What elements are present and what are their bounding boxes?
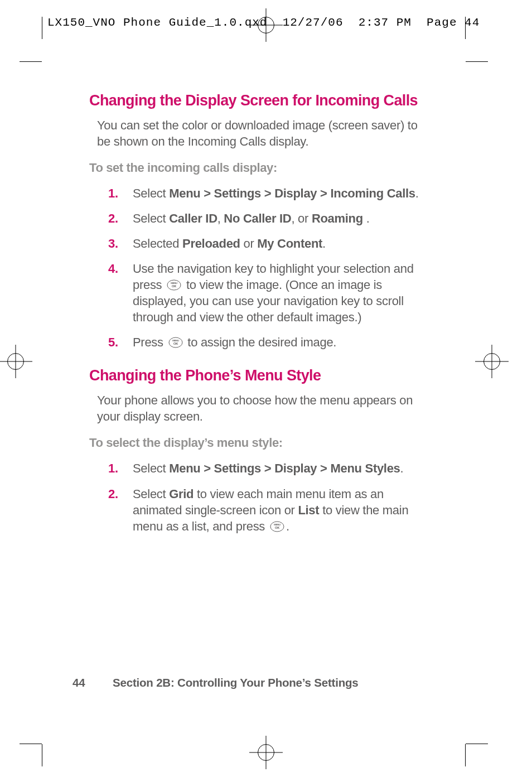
page-number: 44 [72, 676, 113, 689]
step-text: Press [133, 335, 167, 349]
svg-text:OK: OK [275, 526, 279, 529]
option-label: My Content [257, 237, 322, 250]
step-text: Select [133, 211, 169, 225]
step-item: 1. Select Menu > Settings > Display > In… [108, 185, 432, 201]
menu-path: Menu > Settings > Display > Menu Styles [169, 461, 400, 475]
crop-mark [20, 61, 42, 62]
footer-title: Section 2B: Controlling Your Phone’s Set… [113, 676, 359, 689]
section-intro: You can set the color or downloaded imag… [97, 117, 432, 149]
menu-path: Menu > Settings > Display > Incoming Cal… [169, 186, 415, 200]
steps-list: 1. Select Menu > Settings > Display > Me… [89, 460, 432, 534]
section-subhead: To set the incoming calls display: [89, 161, 432, 175]
svg-text:OK: OK [172, 285, 176, 288]
option-label: Preloaded [182, 237, 240, 250]
step-text: Selected [133, 237, 182, 250]
step-number: 1. [108, 460, 118, 476]
step-number: 5. [108, 334, 118, 350]
step-number: 2. [108, 486, 118, 502]
menu-ok-button-icon: MENUOK [168, 336, 183, 347]
page-footer: 44Section 2B: Controlling Your Phone’s S… [72, 676, 359, 689]
section-intro: Your phone allows you to choose how the … [97, 392, 432, 424]
print-slug: LX150_VNO Phone Guide_1.0.qxd 12/27/06 2… [47, 16, 480, 29]
step-item: 2. Select Caller ID, No Caller ID, or Ro… [108, 210, 432, 226]
registration-mark-icon [475, 345, 509, 378]
page-content: Changing the Display Screen for Incoming… [89, 92, 432, 551]
option-label: Roaming [312, 211, 366, 225]
step-item: 1. Select Menu > Settings > Display > Me… [108, 460, 432, 476]
crop-mark [20, 744, 42, 744]
step-text: Select [133, 487, 169, 501]
section-heading: Changing the Display Screen for Incoming… [89, 92, 432, 109]
crop-mark [466, 61, 488, 62]
step-item: 3. Selected Preloaded or My Content. [108, 235, 432, 252]
step-text: . [415, 186, 419, 200]
option-label: List [298, 503, 319, 517]
step-item: 2. Select Grid to view each main menu it… [108, 486, 432, 534]
step-number: 3. [108, 235, 118, 252]
steps-list: 1. Select Menu > Settings > Display > In… [89, 185, 432, 350]
section-subhead: To select the display’s menu style: [89, 436, 432, 450]
menu-ok-button-icon: MENUOK [270, 520, 284, 531]
step-item: 5. Press MENUOK to assign the desired im… [108, 334, 432, 350]
step-text: Select [133, 186, 169, 200]
menu-ok-button-icon: MENUOK [167, 278, 181, 290]
crop-mark [466, 744, 488, 744]
step-number: 4. [108, 260, 118, 277]
step-text: Select [133, 461, 169, 475]
option-label: Grid [169, 487, 194, 501]
step-text: to assign the desired image. [185, 335, 337, 349]
registration-mark-icon [249, 736, 283, 769]
crop-mark [42, 17, 42, 39]
option-label: No Caller ID [224, 211, 291, 225]
crop-mark [42, 744, 42, 766]
option-label: Caller ID [169, 211, 217, 225]
step-number: 1. [108, 185, 118, 201]
section-heading: Changing the Phone’s Menu Style [89, 367, 432, 384]
crop-mark [465, 744, 466, 766]
step-item: 4. Use the navigation key to highlight y… [108, 260, 432, 325]
svg-text:OK: OK [173, 342, 178, 346]
registration-mark-icon [0, 345, 32, 378]
step-number: 2. [108, 210, 118, 226]
